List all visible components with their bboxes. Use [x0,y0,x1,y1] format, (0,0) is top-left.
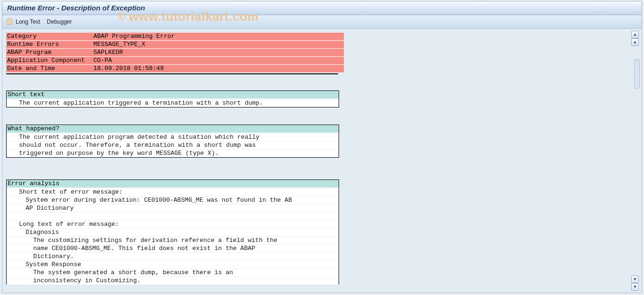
table-row: Date and Time 18.09.2018 01:58:49 [6,65,344,73]
text-line: System Response [7,260,339,268]
svg-marker-5 [634,41,636,44]
text-line: Long text of error message: [7,220,339,228]
scroll-top-button[interactable] [631,31,639,38]
text-line: The current application triggered a term… [7,99,339,107]
scroll-icon [6,18,14,26]
debugger-button[interactable]: Debugger [47,18,72,25]
text-line [7,212,339,220]
text-line: should not occur. Therefore, a terminati… [7,141,339,149]
long-text-button[interactable]: Long Text [6,18,40,26]
dump-content: Category ABAP Programming Error Runtime … [6,33,344,293]
table-row: Runtime Errors MESSAGE_TYPE_X [6,41,344,49]
work-area: Category ABAP Programming Error Runtime … [2,28,642,293]
svg-marker-7 [634,286,636,288]
svg-marker-6 [634,278,636,281]
text-line: Dictionary. [7,252,339,260]
what-happened-box: What happened? The current application p… [6,125,339,158]
debugger-label: Debugger [47,18,72,25]
short-text-box: Short text The current application trigg… [6,90,339,107]
scroll-bottom-button[interactable] [631,283,639,291]
text-line: inconsistency in Customizing. [7,277,339,285]
header-table: Category ABAP Programming Error Runtime … [6,33,344,73]
table-row: Category ABAP Programming Error [6,33,344,41]
text-line: The current application program detected… [7,133,339,141]
text-line: Short text of error message: [7,188,339,196]
svg-marker-4 [634,34,636,36]
table-row: ABAP Program SAPLKEDR [6,49,344,57]
header-separator [6,73,338,74]
text-line: System error during derivation: CE01000-… [7,196,339,204]
scroll-down-button[interactable] [631,276,639,283]
toolbar: Long Text Debugger ©www.tutorialkart.com [2,15,642,29]
text-line: name CE01000-ABSMG_ME. This field does n… [7,244,339,252]
table-row: Application Component CO-PA [6,57,344,65]
page-title: Runtime Error - Description of Exception [2,1,642,15]
long-text-label: Long Text [16,18,40,25]
section-title: Error analysis [7,180,339,188]
error-analysis-box: Error analysis Short text of error messa… [6,179,339,285]
text-line: AP Dictionary [7,204,339,212]
section-title: What happened? [7,125,339,133]
section-title: Short text [7,91,339,99]
text-line: triggered on purpose by the key word MES… [7,149,339,157]
text-line: The customizing settings for derivation … [7,236,339,244]
splitter-grip[interactable] [634,59,640,89]
text-line: Diagnosis [7,228,339,236]
scroll-up-button[interactable] [631,38,639,46]
text-line: The system generated a short dump, becau… [7,268,339,277]
